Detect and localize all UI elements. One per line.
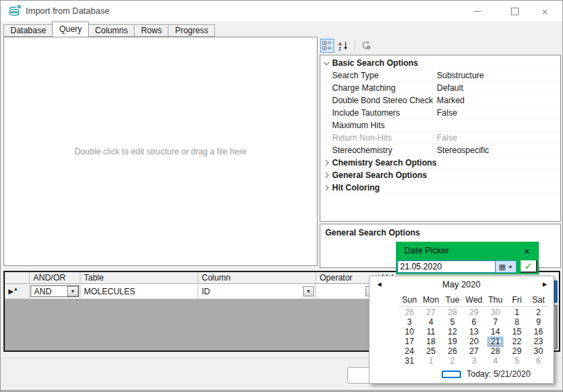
apply-date-button[interactable]: ✓ <box>521 260 537 273</box>
day[interactable]: 30 <box>489 308 502 317</box>
chevron-down-icon[interactable] <box>323 59 329 64</box>
day[interactable]: 22 <box>510 337 523 346</box>
property-group-basic-search-options[interactable]: Basic Search Options <box>320 57 560 69</box>
calendar-day-cell[interactable]: 4 <box>485 356 506 366</box>
calendar-day-cell[interactable]: 7 <box>485 317 506 327</box>
calendar-day-cell[interactable]: 10 <box>399 327 420 337</box>
day[interactable]: 6 <box>469 318 478 327</box>
calendar-day-cell[interactable]: 29 <box>463 308 485 317</box>
and-or-dropdown-button[interactable]: ▼ <box>67 286 78 296</box>
calendar-day-cell[interactable]: 14 <box>485 327 506 337</box>
calendar-day-cell[interactable]: 17 <box>399 337 420 346</box>
property-value[interactable]: Substructure <box>433 70 560 81</box>
day[interactable]: 5 <box>512 357 521 366</box>
day[interactable]: 19 <box>446 337 459 346</box>
day[interactable]: 3 <box>405 318 414 327</box>
date-input[interactable]: 21.05.2020 <box>397 260 496 273</box>
tab-columns[interactable]: Columns <box>89 24 135 37</box>
day[interactable]: 16 <box>532 328 545 337</box>
calendar-day-cell[interactable]: 30 <box>485 308 506 317</box>
calendar-day-cell[interactable]: 6 <box>528 356 549 366</box>
property-group-chemistry-search-options[interactable]: Chemistry Search Options <box>320 157 560 169</box>
reset-options-button[interactable] <box>359 39 373 53</box>
day[interactable]: 27 <box>424 308 438 317</box>
calendar-day-cell[interactable]: 31 <box>399 356 420 366</box>
calendar-month-label[interactable]: May 2020 <box>370 280 553 289</box>
calendar-day-cell[interactable]: 6 <box>463 317 485 327</box>
calendar-day-cell[interactable]: 25 <box>420 346 442 356</box>
day[interactable]: 7 <box>491 318 500 327</box>
day[interactable]: 3 <box>469 357 478 366</box>
categorized-view-button[interactable] <box>320 39 334 53</box>
day[interactable]: 4 <box>426 318 435 327</box>
day[interactable]: 11 <box>424 328 437 337</box>
minimize-button[interactable] <box>465 1 489 21</box>
day[interactable]: 23 <box>532 337 545 346</box>
calendar-day-cell[interactable]: 29 <box>506 346 528 356</box>
day[interactable]: 29 <box>467 308 480 317</box>
calendar-day-cell[interactable]: 26 <box>442 346 463 356</box>
calendar-day-cell[interactable]: 28 <box>442 308 463 317</box>
column-cell[interactable]: ID ▼ <box>198 284 316 299</box>
calendar-day-cell[interactable]: 15 <box>506 327 528 337</box>
property-row-include-tautomers[interactable]: Include TautomersFalse <box>320 107 560 119</box>
calendar-day-cell[interactable]: 18 <box>420 337 442 346</box>
calendar-day-cell[interactable]: 27 <box>463 346 485 356</box>
calendar-day-cell[interactable]: 3 <box>399 317 420 327</box>
chevron-right-icon[interactable] <box>322 184 328 190</box>
day[interactable]: 14 <box>489 328 502 337</box>
calendar-day-cell[interactable]: 30 <box>528 346 549 356</box>
day[interactable]: 8 <box>512 318 521 327</box>
property-row-double-bond-stereo-check[interactable]: Double Bond Stereo CheckMarked <box>320 94 560 107</box>
calendar-day-cell[interactable]: 16 <box>528 327 549 337</box>
property-group-general-search-options[interactable]: General Search Options <box>320 169 560 181</box>
calendar-day-cell[interactable]: 22 <box>506 337 528 346</box>
property-value[interactable]: Default <box>433 82 560 93</box>
day[interactable]: 18 <box>424 337 438 346</box>
table-cell[interactable]: MOLECULES <box>80 284 198 299</box>
day[interactable]: 27 <box>467 347 480 356</box>
calendar-day-cell[interactable]: 5 <box>506 356 528 366</box>
calendar-day-cell[interactable]: 23 <box>528 337 549 346</box>
calendar-day-cell[interactable]: 4 <box>420 317 442 327</box>
day[interactable]: 13 <box>467 328 480 337</box>
property-value[interactable]: False <box>433 107 560 118</box>
day[interactable]: 1 <box>512 308 521 317</box>
calendar-day-cell[interactable]: 9 <box>528 317 549 327</box>
day[interactable]: 24 <box>403 347 416 356</box>
tab-database[interactable]: Database <box>3 24 53 37</box>
property-row-search-type[interactable]: Search TypeSubstructure <box>320 69 560 82</box>
day[interactable]: 25 <box>424 347 438 356</box>
day[interactable]: 4 <box>491 357 500 366</box>
day[interactable]: 28 <box>489 347 502 356</box>
day[interactable]: 6 <box>534 357 543 366</box>
day[interactable]: 10 <box>403 328 416 337</box>
property-value[interactable]: False <box>433 132 560 143</box>
day[interactable]: 15 <box>510 328 523 337</box>
property-row-charge-matching[interactable]: Charge MatchingDefault <box>320 82 560 94</box>
chevron-right-icon[interactable] <box>322 159 328 165</box>
day[interactable]: 1 <box>426 357 435 366</box>
day[interactable]: 29 <box>510 347 523 356</box>
calendar-day-cell[interactable]: 21 <box>485 337 506 346</box>
day[interactable]: 12 <box>446 328 459 337</box>
property-value[interactable]: Marked <box>433 95 560 106</box>
calendar-day-cell[interactable]: 8 <box>506 317 528 327</box>
calendar-day-cell[interactable]: 27 <box>420 308 442 317</box>
property-row-return-non-hits[interactable]: Return Non-HitsFalse <box>320 132 560 144</box>
day[interactable]: 20 <box>467 337 480 346</box>
calendar-day-cell[interactable]: 2 <box>528 308 549 317</box>
calendar-day-cell[interactable]: 2 <box>442 356 463 366</box>
calendar-day-cell[interactable]: 19 <box>442 337 463 346</box>
calendar-day-cell[interactable]: 20 <box>463 337 485 346</box>
property-group-hit-coloring[interactable]: Hit Coloring <box>320 181 560 194</box>
column-dropdown-button[interactable]: ▼ <box>303 286 314 296</box>
property-row-maximum-hits[interactable]: Maximum Hits <box>320 119 560 132</box>
day[interactable]: 28 <box>446 308 459 317</box>
selected-day[interactable]: 21 <box>487 337 503 347</box>
calendar-dropdown-button[interactable]: ▦ ▼ <box>496 260 517 273</box>
next-month-button[interactable]: ▶ <box>543 281 547 287</box>
property-row-stereochemistry[interactable]: StereochemistryStereospecific <box>320 144 560 157</box>
day[interactable]: 5 <box>448 318 457 327</box>
day[interactable]: 31 <box>403 357 416 366</box>
